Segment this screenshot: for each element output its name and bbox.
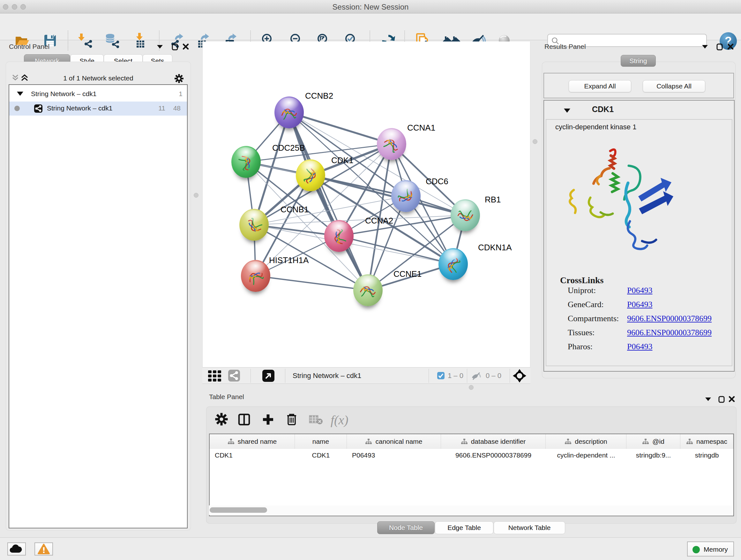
crosslink-link[interactable]: P06493 <box>627 342 652 351</box>
node-label-HIST1H1A: HIST1H1A <box>269 255 309 265</box>
warning-button[interactable] <box>35 543 53 556</box>
node-label-CDKN1A: CDKN1A <box>478 243 512 253</box>
cell-name[interactable]: CDK1 <box>295 449 347 462</box>
column-header-canonical-name[interactable]: canonical name <box>347 434 441 449</box>
table-tab-node-table[interactable]: Node Table <box>377 521 434 534</box>
results-tab-string[interactable]: String <box>621 55 656 67</box>
column-header--id[interactable]: @id <box>626 434 680 449</box>
splitter-grip[interactable] <box>469 385 474 390</box>
table-tab-network-table[interactable]: Network Table <box>494 521 565 534</box>
cell-canonical-name[interactable]: P06493 <box>347 449 441 462</box>
expand-all-button[interactable]: Expand All <box>569 80 631 92</box>
window-title: Session: New Session <box>0 3 741 11</box>
table-horizontal-scrollbar[interactable] <box>209 505 733 515</box>
splitter-grip[interactable] <box>533 139 537 144</box>
network-edges <box>203 42 531 367</box>
network-share-icon[interactable] <box>228 370 240 381</box>
results-entry-body: cyclin-dependent kinase 1 CrossLinks Uni… <box>546 119 732 366</box>
network-node-RB1[interactable] <box>451 199 480 231</box>
crosslink-link[interactable]: P06493 <box>627 286 652 295</box>
birdseye-view-icon[interactable] <box>262 370 274 382</box>
memory-status-dot <box>692 546 700 553</box>
main-toolbar: ? <box>0 14 741 40</box>
table-function-icon[interactable]: f(x) <box>331 413 353 427</box>
crosslink-label: GeneCard: <box>568 300 604 309</box>
table-panel-close-icon[interactable] <box>729 396 735 403</box>
crosslink-link[interactable]: 9606.ENSP00000378699 <box>627 314 712 323</box>
network-row[interactable]: String Network – cdk1 11 48 <box>9 102 187 116</box>
network-canvas[interactable]: CCNB2 CCNA1 CDC25B CDK1 CDC6 RB1 CCNB1 C… <box>202 42 530 367</box>
table-tab-edge-table[interactable]: Edge Table <box>435 521 493 534</box>
node-label-CCNA1: CCNA1 <box>407 123 435 133</box>
table-panel-collapse-icon[interactable] <box>704 397 712 402</box>
results-panel-float-icon[interactable] <box>717 44 723 52</box>
table-delete-icon[interactable] <box>285 413 300 427</box>
cell--id[interactable]: stringdb:9... <box>626 449 680 462</box>
network-icon <box>34 105 43 113</box>
network-node-CDC25B[interactable] <box>231 146 261 178</box>
network-node-CDK1[interactable] <box>296 159 325 191</box>
crosslink-label: Tissues: <box>568 328 595 337</box>
node-label-CCNB2: CCNB2 <box>305 91 333 101</box>
network-node-CCNE1[interactable] <box>353 274 383 306</box>
collection-expand-icon[interactable] <box>17 91 23 96</box>
separator <box>285 369 285 383</box>
column-header-database-identifier[interactable]: database identifier <box>441 434 546 449</box>
title-bar: Session: New Session <box>0 0 741 13</box>
entry-collapse-icon[interactable] <box>563 108 570 113</box>
selected-checkbox[interactable] <box>437 372 445 379</box>
network-node-CCNA1[interactable] <box>377 128 406 160</box>
column-header-namespac[interactable]: namespac <box>680 434 733 449</box>
table-delete-table-icon[interactable] <box>308 413 323 427</box>
network-node-CCNA2[interactable] <box>324 220 354 252</box>
control-panel-close-icon[interactable] <box>183 44 189 51</box>
selected-count: 1 – 0 <box>448 372 463 380</box>
crosslink-value: P06493 <box>627 342 652 352</box>
node-label-RB1: RB1 <box>485 195 501 205</box>
splitter-grip[interactable] <box>194 193 199 198</box>
network-options-gear-icon[interactable] <box>174 74 184 84</box>
crosslink-link[interactable]: P06493 <box>627 300 652 309</box>
grid-view-icon[interactable] <box>208 370 222 383</box>
separator <box>510 369 510 383</box>
network-node-CCNB1[interactable] <box>239 209 269 241</box>
network-node-CDKN1A[interactable] <box>439 248 468 280</box>
collapse-all-button[interactable]: Collapse All <box>643 80 705 92</box>
import-network-database-icon[interactable] <box>105 33 120 48</box>
cell-shared-name[interactable]: CDK1 <box>210 449 295 462</box>
network-node-HIST1H1A[interactable] <box>241 260 270 292</box>
table-add-icon[interactable] <box>261 413 276 427</box>
results-panel-close-icon[interactable] <box>727 44 734 51</box>
network-node-CCNB2[interactable] <box>274 97 304 128</box>
pan-crosshair-icon[interactable] <box>513 369 527 384</box>
separator <box>467 369 467 383</box>
toolbar-separator <box>68 30 68 51</box>
network-collection-row[interactable]: String Network – cdk1 1 <box>9 87 187 102</box>
memory-label: Memory <box>704 546 728 553</box>
column-header-shared-name[interactable]: shared name <box>210 434 295 449</box>
status-bar: Memory <box>0 537 741 560</box>
column-header-description[interactable]: description <box>546 434 626 449</box>
table-gear-icon[interactable] <box>215 413 229 427</box>
network-view-title: String Network – cdk1 <box>293 372 361 380</box>
control-panel-collapse-icon[interactable] <box>156 44 163 50</box>
node-label-CCNB1: CCNB1 <box>280 205 309 214</box>
cell-description[interactable]: cyclin-dependent ... <box>546 449 626 462</box>
results-panel-collapse-icon[interactable] <box>701 44 709 50</box>
network-node-CDC6[interactable] <box>391 180 421 212</box>
cloud-button[interactable] <box>7 543 26 556</box>
hidden-count: 0 – 0 <box>486 372 501 380</box>
crosslinks-title: CrossLinks <box>560 275 603 286</box>
memory-button[interactable]: Memory <box>687 542 734 557</box>
table-column-icon[interactable] <box>237 413 252 427</box>
collection-count: 1 <box>179 90 183 98</box>
control-panel-float-icon[interactable] <box>172 44 178 52</box>
import-network-icon[interactable] <box>78 33 93 48</box>
cell-database-identifier[interactable]: 9606.ENSP00000378699 <box>441 449 546 462</box>
import-table-icon[interactable] <box>133 33 148 48</box>
table-panel-float-icon[interactable] <box>718 396 725 404</box>
results-panel-title: Results Panel <box>544 43 586 51</box>
crosslink-link[interactable]: 9606.ENSP00000378699 <box>627 328 712 337</box>
cell-namespac[interactable]: stringdb <box>680 449 733 462</box>
column-header-name[interactable]: name <box>295 434 347 449</box>
